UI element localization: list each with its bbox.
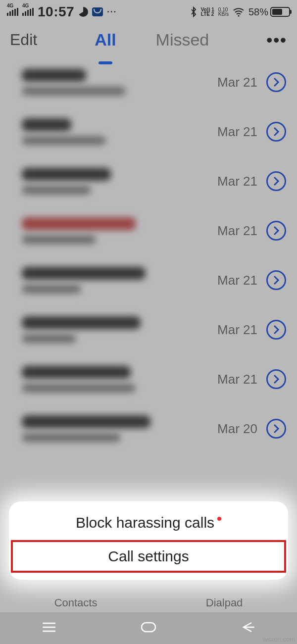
signal-sim2-icon: 4G	[22, 8, 34, 16]
clock: 10:57	[38, 4, 74, 20]
call-log-row[interactable]: Mar 20	[0, 404, 297, 453]
detail-icon[interactable]	[266, 369, 286, 389]
call-log-row[interactable]: Mar 21	[0, 354, 297, 404]
call-log-row[interactable]: Mar 21	[0, 255, 297, 305]
speed-indicator: 0.10KB/s	[218, 7, 229, 16]
detail-icon[interactable]	[266, 221, 286, 241]
battery-icon	[270, 7, 290, 17]
call-date: Mar 20	[217, 421, 257, 437]
recents-header: Edit All Missed •••	[0, 22, 297, 57]
call-log-row[interactable]: Mar 21	[0, 206, 297, 255]
call-log-row[interactable]: Mar 21	[0, 156, 297, 206]
bottom-tabs: Contacts Dialpad	[0, 596, 297, 609]
phone-screen: 4G 4G 10:57 ··· Vo)) 1LTE 2 0.10KB/s 58%	[0, 0, 297, 644]
recents-nav-icon[interactable]	[41, 621, 57, 636]
detail-icon[interactable]	[266, 419, 286, 439]
tab-contacts[interactable]: Contacts	[54, 596, 98, 609]
detail-icon[interactable]	[266, 72, 286, 92]
tab-missed[interactable]: Missed	[156, 30, 209, 50]
red-dot-icon	[217, 517, 221, 521]
detail-icon[interactable]	[266, 171, 286, 191]
call-date: Mar 21	[217, 273, 257, 288]
detail-icon[interactable]	[266, 122, 286, 142]
back-nav-icon[interactable]	[240, 621, 256, 636]
mail-icon	[92, 7, 103, 16]
call-date: Mar 21	[217, 174, 257, 189]
menu-block-harassing[interactable]: Block harassing calls	[9, 506, 288, 539]
call-log-row[interactable]: Mar 21	[0, 305, 297, 354]
data-saver-icon	[78, 7, 88, 17]
detail-icon[interactable]	[266, 270, 286, 290]
edit-button[interactable]: Edit	[10, 31, 37, 49]
call-date: Mar 21	[217, 372, 257, 387]
status-bar: 4G 4G 10:57 ··· Vo)) 1LTE 2 0.10KB/s 58%	[0, 0, 297, 22]
call-log-row[interactable]: Mar 21	[0, 107, 297, 156]
call-date: Mar 21	[217, 75, 257, 90]
svg-point-0	[238, 15, 239, 16]
wifi-icon	[233, 7, 245, 17]
volte-indicator: Vo)) 1LTE 2	[201, 7, 214, 16]
tab-dialpad[interactable]: Dialpad	[206, 596, 243, 609]
more-notifications-icon: ···	[107, 7, 117, 17]
home-nav-icon[interactable]	[139, 621, 158, 636]
call-date: Mar 21	[217, 223, 257, 239]
signal-sim1-icon: 4G	[7, 8, 18, 16]
call-log-row[interactable]: Mar 21	[0, 57, 297, 107]
system-nav-bar	[0, 612, 297, 644]
call-date: Mar 21	[217, 124, 257, 140]
call-date: Mar 21	[217, 322, 257, 338]
battery-indicator: 58%	[248, 6, 290, 18]
svg-rect-1	[142, 623, 155, 632]
options-menu: Block harassing calls Call settings	[9, 501, 288, 580]
menu-call-settings[interactable]: Call settings	[11, 540, 286, 573]
more-button[interactable]: •••	[266, 30, 287, 50]
tab-all[interactable]: All	[95, 30, 116, 50]
watermark: wsxdn.com	[263, 636, 295, 643]
bluetooth-icon	[190, 6, 197, 17]
call-log-list[interactable]: Mar 21 Mar 21 Mar 21	[0, 57, 297, 453]
detail-icon[interactable]	[266, 320, 286, 340]
